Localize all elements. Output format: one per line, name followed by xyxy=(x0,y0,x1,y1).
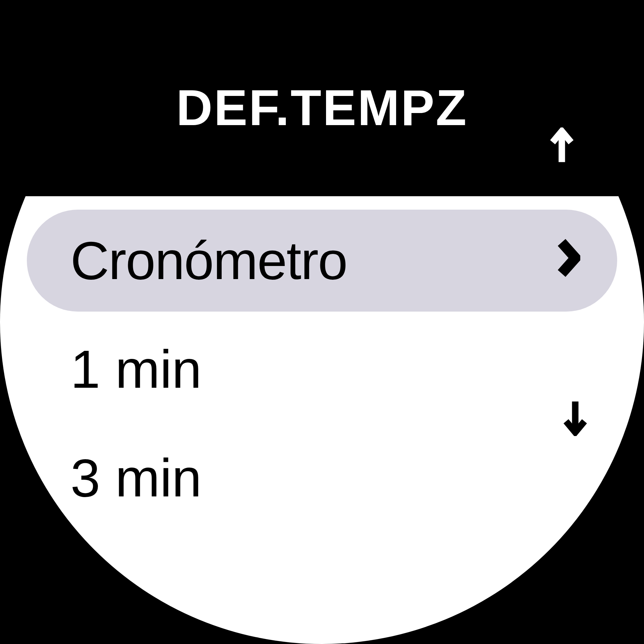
scroll-up-icon[interactable] xyxy=(547,127,577,166)
option-label: 1 min xyxy=(70,339,202,399)
option-label: 3 min xyxy=(70,448,202,508)
option-1min[interactable]: 1 min xyxy=(27,325,617,414)
option-label: Cronómetro xyxy=(70,230,347,291)
option-cronometro[interactable]: Cronómetro xyxy=(27,210,617,312)
chevron-right-icon xyxy=(557,235,580,286)
options-list: Cronómetro 1 min 3 min xyxy=(0,196,644,644)
scroll-down-icon[interactable] xyxy=(560,399,590,437)
watch-face: DEF.TEMPZ Cronómetro 1 min 3 min xyxy=(0,0,644,644)
option-3min[interactable]: 3 min xyxy=(27,434,617,522)
